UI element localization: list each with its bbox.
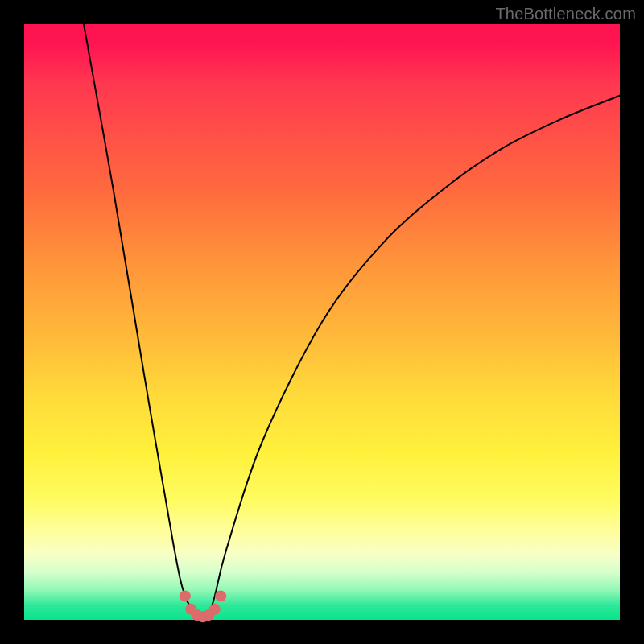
bottom-cluster-markers [180,590,226,622]
watermark-text: TheBottleneck.com [495,5,636,23]
bottleneck-curve [84,24,620,620]
chart-frame [24,24,620,620]
chart-svg [24,24,620,620]
marker-dot [180,590,191,601]
marker-dot [215,590,226,601]
marker-dot [209,604,221,615]
